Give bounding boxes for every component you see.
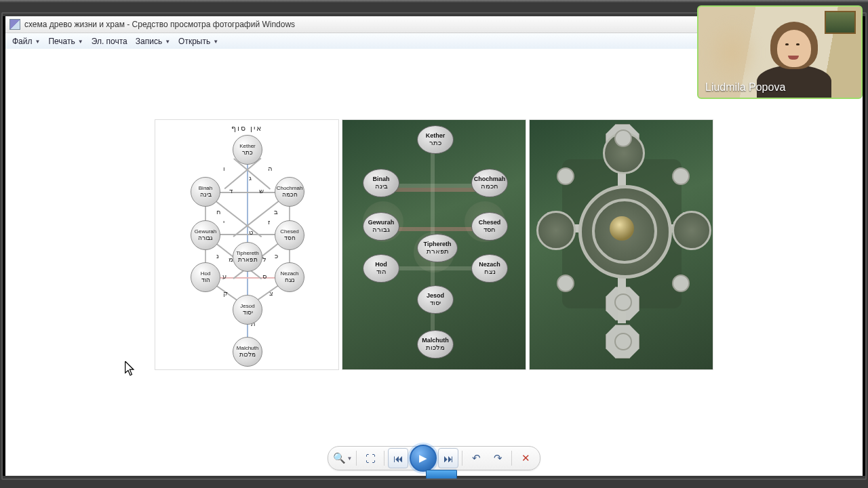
slideshow-button[interactable]: ▶ (410, 445, 437, 472)
menu-file[interactable]: Файл▼ (8, 37, 44, 46)
overlay-binah: Binahבינה (363, 169, 399, 197)
overlay-malchuth: Malchuthמלכות (417, 330, 454, 359)
panel-tree-overlay: Ketherכתר Chochmahחכמה Binahבינה Chesedח… (342, 119, 526, 370)
sephira-hod: Hodהוד (191, 262, 220, 292)
menu-email[interactable]: Эл. почта (87, 37, 132, 46)
sephira-kether: Ketherכתר (233, 135, 262, 165)
overlay-hod: Hodהוד (363, 254, 399, 283)
zoom-button[interactable]: 🔍▼ (332, 449, 353, 468)
prev-icon: ⏮ (393, 453, 403, 464)
panel-temple-plan (529, 119, 713, 370)
label-ein-sof: אין סוף (155, 124, 338, 133)
rotate-cw-icon: ↷ (494, 452, 502, 464)
delete-icon: ✕ (521, 452, 530, 464)
webcam-overlay: Liudmila Popova (697, 5, 863, 99)
sephira-tiphereth: Tipherethתפארת (233, 242, 262, 272)
overlay-chochmah: Chochmahחכמה (471, 169, 508, 197)
menu-open[interactable]: Открыть▼ (174, 37, 222, 46)
panel-tree-diagram: אין סוף (155, 119, 339, 370)
overlay-gewurah: Gewurahגבורה (363, 212, 399, 241)
overlay-chesed: Chesedחסד (471, 212, 508, 241)
next-button[interactable]: ⏭ (438, 448, 458, 468)
rotate-cw-button[interactable]: ↷ (488, 449, 508, 468)
rotate-ccw-icon: ↶ (472, 452, 481, 464)
fit-icon: ⛶ (366, 453, 376, 464)
sephira-nezach: Nezachנצח (275, 262, 304, 292)
fit-button[interactable]: ⛶ (360, 449, 380, 468)
sephira-chochmah: Chochmahחכמה (275, 177, 304, 207)
overlay-nezach: Nezachנצח (471, 254, 508, 283)
app-icon (9, 19, 20, 30)
presenter-name: Liudmila Popova (705, 81, 785, 94)
sephira-jesod: Jesodיסוד (233, 295, 262, 325)
magnifier-icon: 🔍 (333, 452, 346, 464)
overlay-tiphereth: Tipherethתפארת (417, 234, 458, 262)
sephira-gewurah: Gewurahגבורה (191, 220, 220, 250)
prev-button[interactable]: ⏮ (388, 448, 408, 468)
delete-button[interactable]: ✕ (515, 449, 536, 468)
sephira-chesed: Chesedחסד (275, 220, 304, 250)
menu-print[interactable]: Печать▼ (44, 37, 87, 46)
sephira-malchuth: Malchuthמלכות (233, 337, 262, 367)
next-icon: ⏭ (443, 453, 454, 464)
menu-burn[interactable]: Запись▼ (132, 37, 174, 46)
window-title: схема древо жизни и храм - Средство прос… (24, 20, 295, 29)
sephira-binah: Binahבינה (191, 177, 220, 207)
overlay-jesod: Jesodיסוד (417, 285, 454, 314)
overlay-kether: Ketherכתר (417, 125, 454, 154)
rotate-ccw-button[interactable]: ↶ (466, 449, 486, 468)
play-icon: ▶ (419, 452, 427, 464)
taskbar-thumb[interactable] (426, 470, 457, 479)
image-canvas: אין סוף (5, 49, 863, 441)
